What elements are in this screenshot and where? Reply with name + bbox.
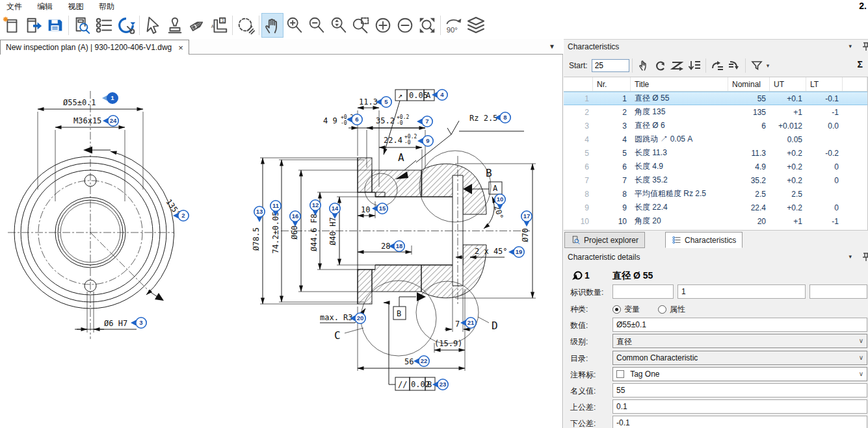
catalog-select[interactable]: Common Characteristic ∨ — [612, 351, 867, 365]
table-row[interactable]: 10 10 角度 20 20 +1 -1 — [564, 214, 867, 228]
row-index: 9 — [564, 203, 593, 212]
tab-close-icon[interactable]: × — [178, 43, 183, 53]
tag-checkbox[interactable] — [616, 370, 624, 378]
find-in-plan-button[interactable] — [71, 13, 93, 38]
pin-icon[interactable] — [861, 42, 868, 52]
header-filler — [843, 77, 867, 91]
new-plan-button[interactable] — [0, 13, 22, 38]
tab-project-explorer[interactable]: Project explorer — [564, 232, 645, 248]
balloon-13[interactable]: 13 — [254, 207, 265, 222]
balloon-17[interactable]: 17 — [521, 211, 532, 227]
table-row[interactable]: 6 6 长度 4.9 4.9 +0.2 0 — [564, 160, 867, 173]
layers-button[interactable] — [465, 13, 487, 38]
value-input[interactable] — [612, 318, 867, 332]
row-lt: 0 — [806, 176, 843, 185]
cursor-icon — [143, 15, 163, 36]
pan-tool-button[interactable] — [261, 13, 283, 38]
rotate-arrow-icon — [654, 59, 667, 72]
stamp-tool-button[interactable] — [164, 13, 186, 38]
nominal-input[interactable] — [612, 383, 867, 397]
dim-diameter-60: Ø60 — [290, 225, 299, 240]
balloon-12[interactable]: 12 — [310, 200, 321, 216]
row-ut: +0.2 — [770, 162, 806, 171]
zoom-fit-button[interactable] — [416, 13, 438, 38]
dwg-document-tab[interactable]: New inspection plan (A) | 930-1200-406-V… — [0, 40, 189, 55]
balloon-1[interactable]: 1 — [102, 93, 118, 103]
lasso-region-button[interactable] — [235, 13, 257, 38]
balloon-24[interactable]: 24 — [103, 116, 118, 126]
details-panel-caret-icon[interactable]: ▾ — [848, 253, 852, 260]
svg-text:1: 1 — [222, 18, 224, 23]
corner-dimension-button[interactable]: 1 A — [208, 13, 230, 38]
header-ut[interactable]: UT — [770, 77, 806, 91]
balloon-21[interactable]: 21 — [460, 318, 476, 328]
radio-attribute[interactable]: 属性 — [658, 304, 685, 315]
characteristics-panel-caret-icon[interactable]: ▾ — [848, 43, 852, 49]
start-input[interactable] — [592, 59, 629, 72]
table-row[interactable]: 5 5 长度 11.3 11.3 +0.2 -0.2 — [564, 146, 867, 160]
table-row[interactable]: 9 9 长度 22.4 22.4 +0.2 0 — [564, 201, 867, 214]
renumber-button[interactable] — [653, 57, 669, 74]
update-settings-button[interactable] — [115, 13, 137, 38]
balloon-19[interactable]: 19 — [508, 247, 524, 257]
open-plan-button[interactable] — [22, 13, 44, 38]
tag-select[interactable]: Tag One ∨ — [612, 367, 867, 381]
level-select[interactable]: 直径 ∨ — [612, 334, 867, 348]
drawing-canvas[interactable]: Ø55±0.1 M36x15 135° Ø6 H7 — [0, 55, 563, 428]
balloon-22[interactable]: 22 — [414, 356, 429, 366]
table-row[interactable]: 2 2 角度 135 135 +1 -1 — [564, 105, 867, 119]
balloon-16[interactable]: 16 — [290, 211, 300, 227]
zoom-window-button[interactable] — [350, 13, 372, 38]
balloon-7[interactable]: 7 — [417, 116, 432, 127]
table-row[interactable]: 4 4 圆跳动 ↗ 0.05 A 0.05 — [564, 132, 867, 146]
id-quantity-input-1[interactable] — [612, 284, 674, 299]
header-nominal[interactable]: Nominal — [728, 77, 770, 91]
table-row[interactable]: 1 1 直径 Ø 55 55 +0.1 -0.1 — [564, 92, 867, 105]
upper-tolerance-input[interactable] — [612, 399, 867, 414]
filter-caret-icon[interactable]: ▾ — [767, 62, 770, 69]
save-button[interactable] — [44, 13, 66, 38]
table-row[interactable]: 7 7 长度 35.2 35.2 +0.2 0 — [564, 173, 867, 187]
characteristics-toolbar: Start: ▾ Σ — [564, 55, 868, 77]
tab-list-dropdown-icon[interactable]: ▼ — [549, 43, 555, 50]
filter-button[interactable] — [749, 57, 765, 74]
lower-tolerance-input[interactable] — [612, 416, 867, 428]
tab-characteristics[interactable]: Characteristics — [665, 232, 743, 248]
header-title[interactable]: Title — [631, 77, 728, 91]
insert-sub-characteristic-button[interactable] — [726, 57, 743, 74]
table-row[interactable]: 3 3 直径 Ø 6 6 +0.012 0.0 — [564, 119, 867, 132]
table-row[interactable]: 8 8 平均值粗糙度 Rz 2.5 2.5 2.5 — [564, 187, 867, 201]
statistics-sigma-button[interactable]: Σ — [858, 59, 863, 69]
characteristics-list-button[interactable] — [93, 13, 115, 38]
layers-icon — [466, 15, 486, 36]
id-quantity-input-2[interactable] — [677, 284, 806, 299]
header-index-column[interactable] — [564, 77, 593, 91]
header-nr[interactable]: Nr. — [593, 77, 631, 91]
select-tool-button[interactable] — [142, 13, 164, 38]
balloon-3[interactable]: 3 — [131, 318, 146, 328]
radio-variable[interactable]: 变量 — [612, 304, 640, 315]
row-nominal: 6 — [728, 121, 770, 131]
radio-variable-dot — [612, 305, 621, 314]
zoom-out-button[interactable] — [306, 13, 328, 38]
tag-tool-button[interactable] — [186, 13, 208, 38]
balloon-9[interactable]: 9 — [417, 136, 433, 146]
balloon-5[interactable]: 5 — [376, 97, 391, 107]
zoom-in-button[interactable] — [283, 13, 306, 38]
pick-tool-button[interactable] — [636, 57, 652, 74]
zoom-dynamic-button[interactable] — [328, 13, 350, 38]
rotate-90-button[interactable]: 90° — [443, 13, 465, 38]
zoom-minus-button[interactable] — [394, 13, 416, 38]
insert-characteristic-button[interactable] — [709, 57, 726, 74]
sort-button[interactable] — [687, 57, 703, 74]
pin-icon[interactable] — [861, 252, 868, 262]
header-lt[interactable]: LT — [806, 77, 843, 91]
start-label: Start: — [569, 61, 588, 70]
balloon-15[interactable]: 15 — [372, 203, 388, 214]
zigzag-order-button[interactable] — [670, 57, 686, 74]
form-row-upper-tolerance: 上公差: — [564, 399, 868, 414]
id-quantity-input-3[interactable] — [809, 284, 867, 299]
zoom-plus-button[interactable] — [372, 13, 394, 38]
balloon-14[interactable]: 14 — [330, 203, 340, 219]
balloon-18[interactable]: 18 — [389, 241, 404, 251]
